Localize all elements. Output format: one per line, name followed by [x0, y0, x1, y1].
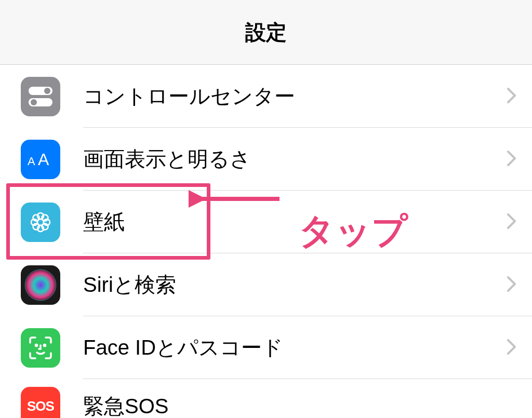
wallpaper-icon [21, 203, 60, 242]
svg-point-1 [44, 88, 50, 94]
settings-list: コントロールセンター A A 画面表示と明るさ [0, 65, 532, 418]
svg-text:A: A [38, 150, 49, 169]
row-sos[interactable]: SOS 緊急SOS [0, 379, 532, 418]
chevron-right-icon [507, 336, 516, 359]
display-icon: A A [21, 140, 60, 179]
row-label: コントロールセンター [83, 82, 507, 111]
svg-point-17 [35, 344, 37, 346]
row-control-center[interactable]: コントロールセンター [0, 65, 532, 128]
siri-icon [21, 265, 60, 305]
control-center-icon [21, 77, 60, 116]
page-header: 設定 [0, 0, 532, 65]
svg-point-3 [31, 99, 37, 105]
chevron-right-icon [507, 273, 516, 296]
row-siri[interactable]: Siriと検索 [0, 253, 532, 316]
row-label: 緊急SOS [83, 392, 516, 418]
row-faceid[interactable]: Face IDとパスコード [0, 316, 532, 379]
faceid-icon [21, 328, 60, 368]
sos-icon: SOS [21, 387, 60, 419]
svg-point-18 [44, 344, 45, 346]
sos-text: SOS [27, 398, 54, 414]
page-title: 設定 [245, 18, 287, 47]
row-label: Siriと検索 [83, 271, 507, 299]
row-label: 画面表示と明るさ [83, 145, 507, 173]
row-label: 壁紙 [83, 208, 507, 236]
row-wallpaper[interactable]: 壁紙 [0, 191, 532, 253]
row-display[interactable]: A A 画面表示と明るさ [0, 128, 532, 191]
svg-text:A: A [28, 155, 35, 168]
row-label: Face IDとパスコード [83, 333, 507, 362]
chevron-right-icon [507, 147, 516, 171]
chevron-right-icon [507, 210, 516, 234]
chevron-right-icon [507, 85, 516, 108]
